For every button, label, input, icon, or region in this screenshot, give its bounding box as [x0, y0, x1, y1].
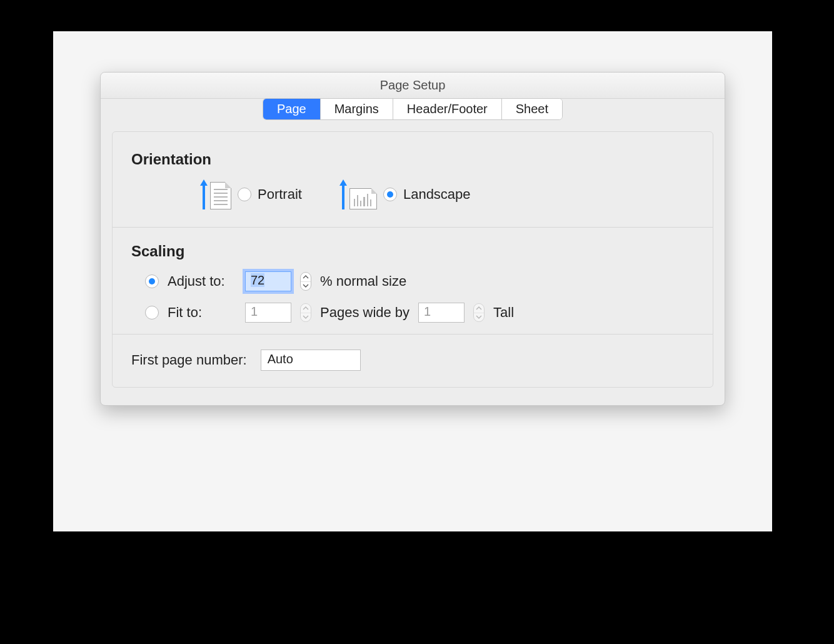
- orientation-landscape-option[interactable]: Landscape: [339, 179, 471, 209]
- adjust-to-input[interactable]: 72: [245, 271, 291, 291]
- scaling-adjust-row: Adjust to: 72 % normal size: [131, 271, 694, 291]
- chevron-down-icon[interactable]: [301, 313, 311, 322]
- orientation-heading: Orientation: [131, 151, 694, 168]
- tab-bar: Page Margins Header/Footer Sheet: [112, 98, 713, 120]
- fit-pages-tall-stepper[interactable]: [473, 303, 485, 322]
- first-page-number-input[interactable]: Auto: [261, 350, 361, 371]
- portrait-radio[interactable]: [238, 188, 251, 201]
- scaling-heading: Scaling: [131, 243, 694, 260]
- divider: [113, 227, 713, 228]
- orientation-portrait-option[interactable]: Portrait: [200, 179, 302, 209]
- adjust-to-suffix: % normal size: [320, 273, 406, 289]
- landscape-icon: [339, 179, 377, 209]
- fit-mid-label: Pages wide by: [320, 304, 409, 321]
- divider: [113, 334, 713, 335]
- fit-to-radio[interactable]: [145, 306, 159, 319]
- window-titlebar: Page Setup: [101, 73, 725, 99]
- first-page-number-label: First page number:: [131, 352, 247, 368]
- fit-to-label: Fit to:: [168, 304, 236, 321]
- adjust-to-stepper[interactable]: [300, 272, 311, 291]
- first-page-row: First page number: Auto: [131, 350, 694, 371]
- portrait-icon: [200, 179, 231, 209]
- backdrop: Page Setup Page Margins Header/Footer Sh…: [53, 31, 772, 531]
- portrait-label: Portrait: [258, 186, 302, 203]
- window-title: Page Setup: [380, 78, 446, 93]
- fit-pages-wide-stepper[interactable]: [300, 303, 311, 322]
- adjust-to-label: Adjust to:: [168, 273, 236, 289]
- landscape-label: Landscape: [403, 186, 471, 203]
- page-setup-window: Page Setup Page Margins Header/Footer Sh…: [100, 72, 725, 406]
- fit-pages-tall-input[interactable]: 1: [418, 303, 465, 323]
- tab-header-footer[interactable]: Header/Footer: [393, 99, 502, 119]
- scaling-fit-row: Fit to: 1 Pages wide by 1: [131, 303, 694, 323]
- orientation-group: Portrait Landscape: [131, 179, 694, 227]
- chevron-down-icon[interactable]: [301, 281, 311, 291]
- chevron-down-icon[interactable]: [474, 313, 484, 322]
- fit-tall-label: Tall: [493, 304, 514, 321]
- landscape-radio[interactable]: [383, 188, 397, 201]
- tab-page[interactable]: Page: [263, 99, 321, 119]
- adjust-to-radio[interactable]: [145, 274, 159, 288]
- fit-pages-wide-input[interactable]: 1: [245, 303, 291, 323]
- chevron-up-icon[interactable]: [301, 304, 311, 313]
- chevron-up-icon[interactable]: [474, 304, 484, 313]
- tab-margins[interactable]: Margins: [321, 99, 393, 119]
- tab-sheet[interactable]: Sheet: [502, 99, 562, 119]
- chevron-up-icon[interactable]: [301, 273, 311, 281]
